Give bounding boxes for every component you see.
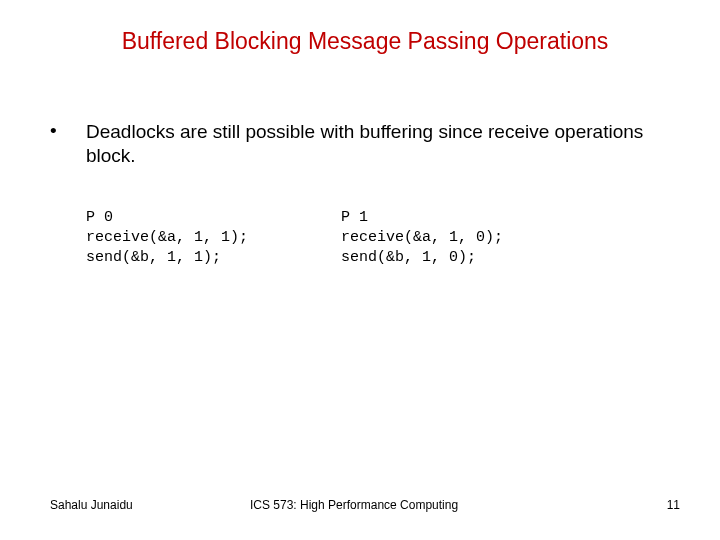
slide-title: Buffered Blocking Message Passing Operat… <box>0 0 720 55</box>
code-line: receive(&a, 1, 0); <box>341 228 680 248</box>
bullet-marker: • <box>50 120 86 142</box>
code-column-p1: P 1 receive(&a, 1, 0); send(&b, 1, 0); <box>341 208 680 269</box>
code-label-p1: P 1 <box>341 208 680 228</box>
footer-author: Sahalu Junaidu <box>50 498 240 512</box>
footer-page-number: 11 <box>640 498 680 512</box>
bullet-text: Deadlocks are still possible with buffer… <box>86 120 680 168</box>
footer-course: ICS 573: High Performance Computing <box>240 498 640 512</box>
code-columns: P 0 receive(&a, 1, 1); send(&b, 1, 1); P… <box>86 208 680 269</box>
code-column-p0: P 0 receive(&a, 1, 1); send(&b, 1, 1); <box>86 208 341 269</box>
slide-footer: Sahalu Junaidu ICS 573: High Performance… <box>0 498 720 512</box>
code-line: send(&b, 1, 1); <box>86 248 341 268</box>
code-line: send(&b, 1, 0); <box>341 248 680 268</box>
bullet-item: • Deadlocks are still possible with buff… <box>50 120 680 168</box>
code-line: receive(&a, 1, 1); <box>86 228 341 248</box>
slide-body: • Deadlocks are still possible with buff… <box>0 55 720 268</box>
code-label-p0: P 0 <box>86 208 341 228</box>
